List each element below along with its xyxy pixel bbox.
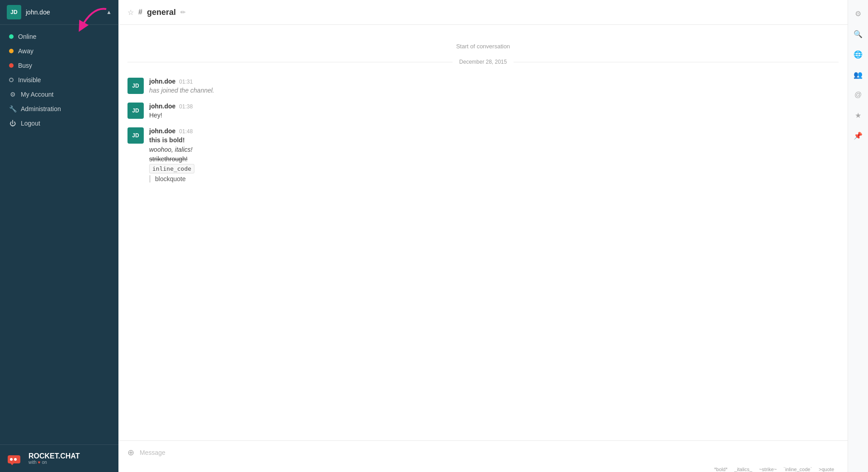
svg-point-1 (10, 458, 13, 461)
members-toolbar-button[interactable]: 👥 (849, 65, 867, 84)
sidebar-header[interactable]: JD john.doe ▲ (0, 0, 118, 25)
heart-icon: ♥ (38, 460, 41, 465)
search-toolbar-button[interactable]: 🔍 (849, 25, 867, 43)
conversation-start-label: Start of conversation (127, 34, 839, 54)
right-toolbar: ⚙ 🔍 🌐 👥 @ ★ 📌 (848, 0, 868, 472)
starred-toolbar-button[interactable]: ★ (849, 106, 867, 124)
brand-footer: ROCKET.CHAT with ♥ on (0, 444, 118, 472)
channel-name: general (147, 8, 176, 17)
rocket-chat-logo-icon (7, 452, 25, 465)
hash-icon: # (138, 8, 142, 16)
starred-icon: ★ (855, 111, 861, 120)
attachment-icon[interactable]: ⊕ (127, 448, 134, 458)
away-status-dot (9, 49, 14, 53)
brand-sub-prefix: with (28, 460, 37, 465)
sidebar-menu: Online Away Busy Invisible ⚙ My Account … (0, 25, 118, 135)
chevron-up-icon: ▲ (106, 9, 112, 15)
edit-channel-icon[interactable]: ✏ (180, 9, 186, 16)
message-blockquote: blockquote (149, 175, 839, 182)
invisible-label: Invisible (18, 76, 41, 84)
administration-label: Administration (21, 105, 61, 112)
format-hints: *bold* _italics_ ~strike~ `inline_code` … (710, 467, 839, 472)
message-text-bold: this is bold! (149, 136, 839, 145)
avatar: JD (127, 103, 144, 119)
date-divider-line-left (127, 62, 453, 62)
sidebar-item-my-account[interactable]: ⚙ My Account (0, 87, 118, 102)
message-text: has joined the channel. (149, 86, 839, 95)
logout-label: Logout (21, 120, 40, 127)
table-row: JD john.doe 01:38 Hey! (127, 99, 839, 124)
sidebar-item-away[interactable]: Away (0, 44, 118, 58)
message-content: john.doe 01:31 has joined the channel. (149, 78, 839, 95)
my-account-label: My Account (21, 91, 53, 98)
globe-icon: 🌐 (854, 50, 863, 59)
logout-icon: ⏻ (9, 120, 16, 127)
message-text-italic: woohoo, italics! (149, 145, 839, 154)
settings-icon: ⚙ (855, 9, 861, 18)
message-author: john.doe (149, 103, 175, 110)
messages-area: Start of conversation December 28, 2015 … (118, 25, 848, 440)
sidebar-item-busy[interactable]: Busy (0, 58, 118, 73)
message-author: john.doe (149, 78, 175, 85)
mention-icon: @ (854, 91, 862, 99)
message-content: john.doe 01:48 this is bold! woohoo, ita… (149, 127, 839, 184)
message-author: john.doe (149, 127, 175, 135)
sidebar-item-administration[interactable]: 🔧 Administration (0, 102, 118, 116)
quote-hint: >quote (819, 467, 834, 472)
message-header: john.doe 01:48 (149, 127, 839, 135)
sidebar: JD john.doe ▲ Online Away Busy Invisible… (0, 0, 118, 472)
table-row: JD john.doe 01:31 has joined the channel… (127, 74, 839, 99)
strike-hint: ~strike~ (759, 467, 777, 472)
sidebar-item-logout[interactable]: ⏻ Logout (0, 116, 118, 131)
message-header: john.doe 01:38 (149, 103, 839, 110)
message-content: john.doe 01:38 Hey! (149, 103, 839, 120)
svg-point-2 (14, 458, 17, 461)
message-text: Hey! (149, 111, 839, 120)
busy-label: Busy (18, 62, 32, 69)
channel-header: ☆ # general ✏ (118, 0, 848, 25)
away-label: Away (18, 47, 33, 55)
online-status-dot (9, 34, 14, 39)
inline-code: inline_code (149, 164, 194, 173)
message-text-code: inline_code (149, 164, 839, 173)
busy-status-dot (9, 63, 14, 68)
globe-toolbar-button[interactable]: 🌐 (849, 45, 867, 63)
date-divider-text: December 28, 2015 (459, 59, 507, 65)
avatar: JD (127, 127, 144, 144)
online-label: Online (18, 33, 36, 40)
message-text-strike: strikethrough! (149, 154, 839, 164)
date-divider-line-right (514, 62, 839, 62)
date-divider: December 28, 2015 (127, 54, 839, 74)
input-bar: ⊕ (118, 440, 848, 464)
table-row: JD john.doe 01:48 this is bold! woohoo, … (127, 124, 839, 188)
settings-toolbar-button[interactable]: ⚙ (849, 5, 867, 23)
bold-hint: *bold* (714, 467, 727, 472)
sidebar-item-invisible[interactable]: Invisible (0, 73, 118, 87)
avatar: JD (127, 78, 144, 94)
message-header: john.doe 01:31 (149, 78, 839, 85)
avatar: JD (7, 5, 21, 19)
invisible-status-dot (9, 78, 14, 82)
members-icon: 👥 (854, 70, 863, 79)
brand-sub-suffix: on (42, 460, 47, 465)
main-content: ☆ # general ✏ Start of conversation Dece… (118, 0, 848, 472)
pinned-icon: 📌 (854, 131, 863, 140)
code-hint: `inline_code` (783, 467, 812, 472)
administration-icon: 🔧 (9, 105, 16, 112)
mention-toolbar-button[interactable]: @ (849, 86, 867, 104)
message-input[interactable] (140, 449, 839, 456)
italic-hint: _italics_ (734, 467, 752, 472)
format-hints-bar: *bold* _italics_ ~strike~ `inline_code` … (118, 464, 848, 472)
message-time: 01:38 (179, 103, 193, 110)
sidebar-item-online[interactable]: Online (0, 29, 118, 44)
pinned-toolbar-button[interactable]: 📌 (849, 126, 867, 145)
message-time: 01:48 (179, 128, 193, 135)
sidebar-header-left: JD john.doe (7, 5, 50, 19)
sidebar-username: john.doe (26, 9, 50, 16)
brand-name: ROCKET.CHAT (28, 453, 80, 460)
svg-marker-3 (10, 463, 14, 465)
my-account-icon: ⚙ (9, 91, 16, 98)
favorite-star-icon[interactable]: ☆ (127, 8, 134, 17)
brand-text: ROCKET.CHAT with ♥ on (28, 453, 80, 465)
message-time: 01:31 (179, 79, 193, 85)
